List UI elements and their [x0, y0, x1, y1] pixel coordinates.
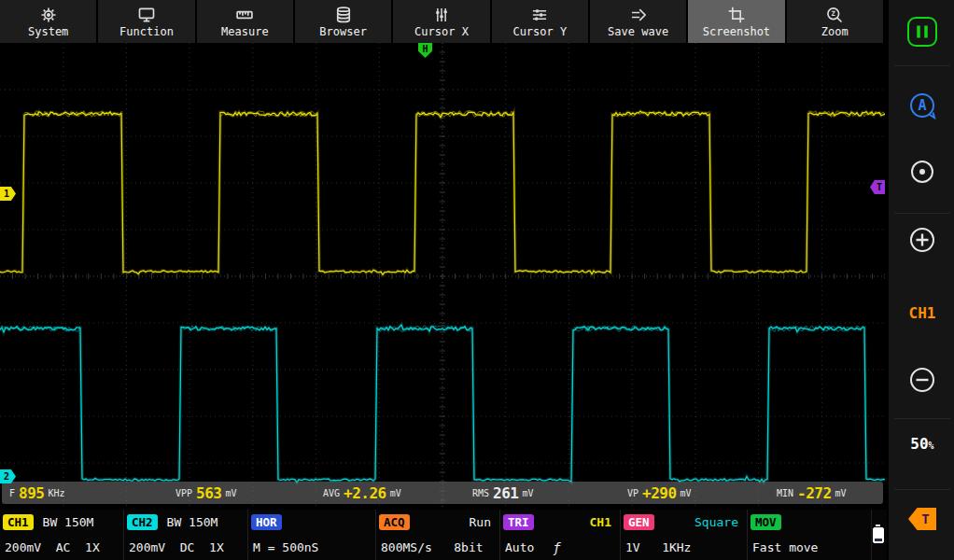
measurement-value: 261 [493, 484, 518, 502]
toolbar-label: Measure [221, 25, 269, 38]
active-channel-button[interactable]: CH1 [889, 304, 954, 322]
toolbar-button-cursor-y[interactable]: Cursor Y [492, 0, 590, 43]
move-mode: Fast move [748, 535, 871, 560]
tri-badge[interactable]: TRI [503, 514, 534, 530]
right-sidebar: A CH1 [887, 0, 954, 560]
center-reference-button[interactable] [889, 157, 954, 187]
timebase-setting: M = 500nS [248, 535, 375, 560]
trigger-menu-button[interactable]: T [889, 508, 954, 530]
autoset-button[interactable]: A [889, 90, 954, 123]
ch1-marker-label: 1 [4, 189, 9, 199]
sidebar-divider [894, 65, 950, 66]
toolbar-button-system[interactable]: System [0, 0, 98, 43]
statusbar-ch2-section: CH2 BW 150M 200mV DC 1X [124, 510, 248, 560]
sidebar-divider [894, 489, 950, 490]
toolbar-button-cursor-x[interactable]: Cursor X [393, 0, 491, 43]
svg-text:Z: Z [832, 9, 836, 18]
trigger-source: CH1 [590, 515, 611, 529]
toolbar-label: Save wave [608, 25, 668, 38]
screenshot-icon [727, 6, 746, 24]
toolbar-button-browser[interactable]: Browser [295, 0, 393, 43]
acq-badge[interactable]: ACQ [379, 514, 410, 530]
database-icon [334, 6, 353, 24]
ruler-icon [235, 6, 254, 24]
toolbar-button-screenshot[interactable]: Screenshot [688, 0, 786, 43]
scale-increase-button[interactable] [889, 224, 954, 256]
status-bar: CH1 BW 150M 200mV AC 1X CH2 BW 150M 200m… [0, 510, 887, 560]
measurement-value: 563 [196, 484, 221, 502]
toolbar-label: Function [119, 25, 174, 38]
active-channel-label: CH1 [909, 304, 936, 322]
measurement-avg: AVG +2.26 mV [323, 482, 401, 504]
scale-decrease-button[interactable] [889, 364, 954, 396]
trigger-arrow-label: T [921, 511, 929, 526]
h-marker-label: H [422, 44, 428, 54]
auto-icon: A [905, 90, 939, 123]
battery-icon [873, 527, 884, 543]
run-pause-button[interactable] [889, 16, 954, 48]
toolbar-label: System [28, 25, 68, 38]
ch2-bandwidth: BW 150M [167, 515, 218, 529]
generator-waveform: Square [694, 515, 738, 529]
measurement-unit: mV [522, 488, 533, 498]
measurement-value: +290 [642, 484, 677, 502]
mov-badge[interactable]: MOV [751, 514, 781, 530]
t-marker-label: T [877, 182, 882, 192]
toolbar-button-zoom[interactable]: Z Zoom [787, 0, 885, 43]
ch2-badge[interactable]: CH2 [127, 514, 158, 530]
zoom-percent-button[interactable]: 50% [889, 435, 954, 453]
statusbar-trigger-section: TRI CH1 Auto ƒ [500, 510, 621, 560]
trigger-mode: Auto [505, 540, 534, 554]
toolbar-button-measure[interactable]: Measure [197, 0, 295, 43]
hor-badge[interactable]: HOR [251, 514, 282, 530]
measurement-label: MIN [777, 488, 793, 498]
statusbar-acquire-section: ACQ Run 800MS/s 8bit [376, 510, 500, 560]
measurement-rms: RMS 261 mV [472, 482, 534, 504]
toolbar-label: Zoom [821, 25, 849, 38]
toolbar-button-save-wave[interactable]: Save wave [590, 0, 688, 43]
ch2-settings: 200mV DC 1X [124, 535, 247, 560]
measurement-bar: F 895 KHz VPP 563 mV AVG +2.26 mV RMS 26… [2, 482, 883, 504]
zoom-percent-label: 50% [910, 435, 933, 453]
dot-circle-icon [907, 157, 937, 187]
ch1-badge[interactable]: CH1 [3, 514, 34, 530]
statusbar-horizontal-section: HOR M = 500nS [248, 510, 376, 560]
oscilloscope-screen: System Function Measure [0, 0, 954, 560]
sidebar-divider [894, 213, 950, 214]
cursor-y-icon [530, 6, 549, 24]
scope-graticule-and-traces [0, 43, 885, 510]
statusbar-move-section: MOV Fast move [748, 510, 872, 560]
measurement-label: AVG [323, 488, 340, 498]
measurement-frequency: F 895 KHz [9, 482, 65, 504]
waveform-display: 1 2 H T F 895 KHz VPP 563 mV AVG +2.26 m… [0, 43, 885, 510]
measurement-min: MIN -272 mV [777, 482, 847, 504]
measurement-label: F [9, 488, 15, 498]
measurement-unit: mV [835, 488, 847, 498]
measurement-unit: mV [680, 488, 692, 498]
ch1-settings: 200mV AC 1X [0, 535, 123, 560]
minus-circle-icon [906, 364, 938, 396]
toolbar-label: Cursor X [414, 25, 469, 38]
measurement-label: RMS [472, 488, 489, 498]
measurement-label: VPP [175, 488, 192, 498]
save-wave-icon [629, 6, 648, 24]
monitor-icon [137, 6, 156, 24]
measurement-unit: KHz [48, 488, 64, 498]
generator-settings: 1V 1KHz [621, 535, 747, 560]
toolbar-label: Screenshot [703, 25, 770, 38]
toolbar-button-function[interactable]: Function [98, 0, 196, 43]
trigger-edge-icon: ƒ [553, 540, 560, 555]
top-toolbar: System Function Measure [0, 0, 885, 43]
statusbar-generator-section: GEN Square 1V 1KHz [621, 510, 748, 560]
measurement-value: +2.26 [344, 484, 386, 502]
gear-icon [39, 6, 58, 24]
pause-icon [906, 16, 938, 48]
statusbar-battery-section [872, 510, 887, 560]
measurement-unit: mV [390, 488, 401, 498]
gen-badge[interactable]: GEN [624, 514, 654, 530]
cursor-x-icon [432, 6, 451, 24]
toolbar-label: Cursor Y [512, 25, 567, 38]
zoom-icon: Z [825, 6, 844, 24]
statusbar-ch1-section: CH1 BW 150M 200mV AC 1X [0, 510, 124, 560]
measurement-value: -272 [797, 484, 832, 502]
